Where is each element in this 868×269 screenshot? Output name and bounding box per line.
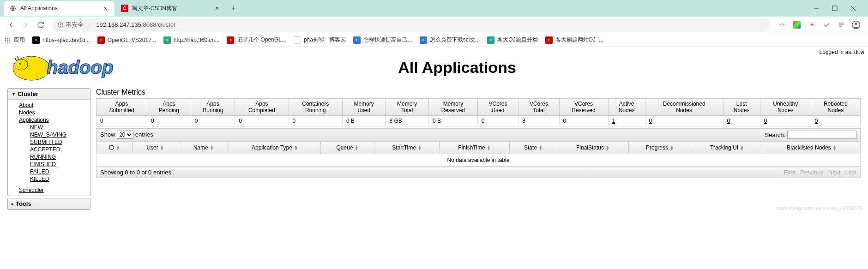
sidebar-link-state-new[interactable]: NEW [8,124,90,131]
csdn-icon: C [121,5,128,12]
sort-icon [210,145,214,151]
bookmark-item[interactable]: •各大刷题网站OJ -... [545,36,604,44]
apps-header[interactable]: Progress [628,142,691,154]
bookmark-label: OpenGL+VS2017... [108,37,156,43]
sidebar-link-applications[interactable]: Applications [8,116,90,124]
tab-all-applications[interactable]: All Applications × [4,1,115,16]
metrics-header: MemoryUsed [342,99,386,116]
metrics-value: 0 B [342,116,386,126]
pager-next[interactable]: Next [828,169,841,176]
tab-csdn[interactable]: C 写文章-CSDN博客 × [115,1,226,16]
profile-icon[interactable] [851,20,861,30]
bookmark-item[interactable]: •怎样快速提高自己... [353,36,412,44]
search-input[interactable] [787,131,856,139]
bookmark-item[interactable]: •https--glad.dav1d... [32,36,90,44]
close-icon[interactable]: × [213,5,221,12]
metrics-header: LostNodes [723,99,760,116]
datatable-info: Showing 0 to 0 of 0 entries [100,169,171,176]
chevron-right-icon: ▸ [12,202,14,206]
sort-icon [355,145,359,151]
cast-icon[interactable] [822,20,831,30]
bookmark-item[interactable]: •记录几个 OpenGL... [227,36,286,44]
bookmark-item[interactable]: •OpenGL+VS2017... [97,36,156,44]
metrics-link[interactable]: 0 [727,118,730,124]
metrics-header: MemoryTotal [386,99,429,116]
metrics-header: AppsRunning [191,99,235,116]
pager-previous[interactable]: Previous [800,169,824,176]
page-title: All Applications [54,59,861,77]
close-window-button[interactable] [848,3,859,14]
bookmark-favicon: • [294,36,301,44]
svg-rect-14 [7,37,8,38]
sidebar-link-state-finished[interactable]: FINISHED [8,161,90,168]
sidebar-link-state-failed[interactable]: FAILED [8,168,90,175]
sidebar-link-state-running[interactable]: RUNNING [8,153,90,161]
sidebar-header-tools[interactable]: ▸ Tools [8,198,90,209]
apps-header[interactable]: Tracking UI [691,142,763,154]
apps-header[interactable]: State [509,142,557,154]
apps-header[interactable]: FinishTime [440,142,510,154]
reading-list-icon[interactable] [837,20,846,30]
apps-header[interactable]: Application Type [229,142,321,154]
insecure-badge: 不安全 | [57,21,92,29]
apps-header[interactable]: StartTime [374,142,440,154]
apps-header[interactable]: ID [96,142,133,154]
entries-select[interactable]: 20 [117,131,133,139]
reload-button[interactable] [33,18,48,32]
bookmark-item[interactable]: •怎么免费下载sci文... [420,36,480,44]
pager-first[interactable]: First [784,169,796,176]
metrics-link[interactable]: 0 [764,118,767,124]
metrics-link[interactable]: 0 [815,118,818,124]
svg-rect-21 [9,41,10,42]
metrics-value: 0 [147,116,191,126]
metrics-header: ContainersRunning [289,99,342,116]
apps-header[interactable]: Blacklisted Nodes [763,142,861,154]
close-icon[interactable]: × [102,5,109,12]
tab-title: 写文章-CSDN博客 [132,5,177,12]
new-tab-button[interactable]: + [227,2,240,15]
metrics-link[interactable]: 1 [612,118,615,124]
metrics-value: 0 [477,116,518,126]
sort-icon [418,145,422,151]
sidebar-section-cluster: ▼ Cluster About Nodes Applications NEWNE… [7,88,90,196]
metrics-value: 0 [191,116,235,126]
sort-icon [487,145,491,151]
metrics-header: AppsPending [147,99,191,116]
apps-button[interactable]: 应用 [4,36,25,44]
address-bar[interactable]: 不安全 | 192.168.247.135:8088/cluster [52,18,770,31]
extension-icon[interactable] [792,20,802,30]
sidebar-link-scheduler[interactable]: Scheduler [8,186,90,194]
bookmark-favicon: • [227,36,234,44]
sidebar-section-tools: ▸ Tools [7,198,90,210]
sidebar-link-about[interactable]: About [8,102,90,109]
apps-header[interactable]: Name [178,142,229,154]
bookmark-item[interactable]: •pha创嘚 - 博客园 [294,36,346,44]
sidebar-header-cluster[interactable]: ▼ Cluster [8,89,90,100]
apps-header[interactable]: User [132,142,178,154]
metrics-header: DecommissionedNodes [645,99,723,116]
sidebar-link-state-accepted[interactable]: ACCEPTED [8,146,90,153]
maximize-button[interactable] [829,3,840,14]
bookmark-label: 怎么免费下载sci文... [430,36,480,44]
svg-point-12 [855,23,857,25]
extension-icon-2[interactable]: ✦ [807,20,816,30]
bookmark-item[interactable]: •http://hao.360.cn... [163,36,219,44]
back-button[interactable] [4,18,18,32]
apps-icon [4,36,11,44]
metrics-value: 0 [645,116,723,126]
apps-header[interactable]: Queue [320,142,374,154]
sidebar-link-state-killed[interactable]: KILLED [8,175,90,183]
sidebar-link-state-submitted[interactable]: SUBMITTED [8,138,90,146]
star-icon[interactable]: ☆ [778,20,787,30]
bookmark-item[interactable]: •各大OJ题目分类 [487,36,537,44]
globe-icon [9,5,17,12]
minimize-button[interactable] [811,3,822,14]
forward-button[interactable] [18,18,33,32]
pager-last[interactable]: Last [845,169,856,176]
metrics-value: 0 [235,116,289,126]
apps-header[interactable]: FinalStatus [557,142,629,154]
main-layout: ▼ Cluster About Nodes Applications NEWNE… [0,88,868,212]
metrics-link[interactable]: 0 [649,118,652,124]
sidebar-link-state-new_saving[interactable]: NEW_SAVING [8,131,90,138]
sidebar-link-nodes[interactable]: Nodes [8,109,90,116]
